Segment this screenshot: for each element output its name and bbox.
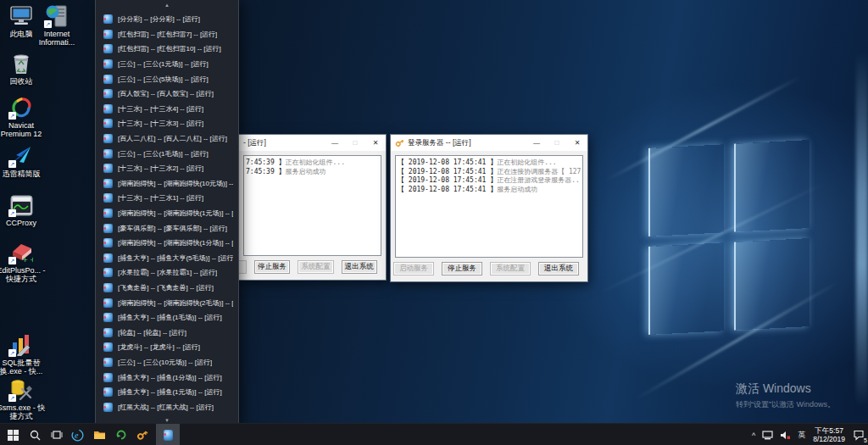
taskbar-jumplist: ▲ [分分彩] -- [分分彩] -- [运行][红包扫雷] -- [红包扫雷7… (95, 0, 239, 426)
task-view-button[interactable] (47, 424, 67, 445)
jumplist-item-label: [红黑大战] -- [红黑大战] -- [运行] (118, 403, 214, 412)
jumplist-item[interactable]: [红黑大战] -- [红黑大战] -- [运行] (96, 399, 238, 414)
jumplist-item[interactable]: [分分彩] -- [分分彩] -- [运行] (96, 12, 238, 27)
scroll-up-icon[interactable]: ▲ (96, 0, 238, 10)
desktop-icon-ssms[interactable]: ↗ Ssms.exe - 快捷方式 (0, 378, 46, 420)
jumplist-item-label: [十三水] -- [十三水2] -- [运行] (118, 164, 203, 173)
desktop-icon-recycle-bin[interactable]: 回收站 (0, 52, 46, 86)
jumplist-item-label: [捕鱼大亨] -- [捕鱼(1元场)] -- [运行] (118, 387, 222, 397)
jumplist-item-label: [捕鱼大亨] -- [捕鱼(1分场)] -- [运行] (118, 373, 222, 382)
shortcut-arrow-overlay: ↗ (8, 257, 16, 264)
clipped-button-fragment[interactable] (239, 260, 247, 274)
game-app-icon (103, 283, 113, 292)
jumplist-item[interactable]: [湖南跑得快] -- [湖南跑得快(1分场)] -- [运行] (96, 236, 238, 251)
jumplist-item[interactable]: [捕鱼大亨] -- [捕鱼(1分场)] -- [运行] (96, 370, 238, 385)
dialog-left-titlebar[interactable]: - [运行] — □ ✕ (239, 135, 386, 151)
ccproxy-icon: ↗ (8, 193, 34, 217)
game-app-icon (103, 224, 113, 233)
jumplist-item[interactable]: [百人二八杠] -- [百人二八杠] -- [运行] (96, 131, 238, 147)
close-icon[interactable]: ✕ (567, 135, 587, 151)
ime-indicator[interactable]: 英 (794, 424, 809, 445)
start-button[interactable] (3, 424, 23, 445)
jumplist-item[interactable]: [轮盘] -- [轮盘] -- [运行] (96, 325, 238, 340)
hidden-icons-chevron[interactable]: ^ (748, 425, 759, 445)
jumplist-item-label: [捕鱼大亨] -- [捕鱼(1毛场)] -- [运行] (118, 313, 222, 322)
desktop-icon-navicat[interactable]: ↗ Navicat Premium 12 (0, 96, 46, 138)
jumplist-item-label: [十三水] -- [十三水4] -- [运行] (118, 104, 203, 114)
right-dialog-button[interactable]: 系统配置 (490, 262, 531, 275)
internet-explorer-button[interactable]: e (67, 424, 87, 445)
jumplist-item[interactable]: [捕鱼大亨] -- [捕鱼(1毛场)] -- [运行] (96, 310, 238, 325)
windows-logo-pane (734, 238, 810, 331)
jumplist-item[interactable]: [三公] -- [三公(1元场)] -- [运行] (96, 57, 238, 72)
iis-server-icon: ↗ (44, 4, 70, 28)
taskbar-clock[interactable]: 下午5:57 8/12/2019 (809, 424, 849, 445)
watermark-title: 激活 Windows (736, 381, 835, 397)
desktop-icon-internet-information[interactable]: ↗ Internet Informati... (32, 4, 81, 47)
desktop-icon-editplus[interactable]: ＋＋ ↗ EditPlusPo... - 快捷方式 (0, 241, 46, 283)
shortcut-arrow-overlay: ↗ (8, 349, 16, 357)
jumplist-item-label: [湖南跑得快] -- [湖南跑得快(1元场)] -- [运行] (118, 209, 233, 218)
jumplist-item[interactable]: [十三水] -- [十三水1] -- [运行] (96, 191, 238, 206)
log-line: 【 2019-12-08 17:45:41 】正在注册游戏登录服务器... (398, 176, 581, 186)
jumplist-item[interactable]: [三公] -- [三公(1毛场)] -- [运行] (96, 146, 238, 161)
minimize-icon[interactable]: — (325, 135, 345, 151)
key-app-button[interactable] (132, 424, 153, 445)
volume-muted-icon[interactable] (776, 424, 794, 445)
jumplist-item[interactable]: [湖南跑得快] -- [湖南跑得快(2毛场)] -- [运行] (96, 295, 238, 310)
file-explorer-icon (93, 430, 106, 440)
jumplist-item[interactable]: [豪车俱乐部] -- [豪车俱乐部] -- [运行] (96, 220, 238, 236)
right-dialog-button[interactable]: 启动服务 (393, 262, 434, 275)
game-app-icon (103, 403, 113, 412)
desktop-icon-sql-batch-replace[interactable]: ↗ SQL批量替换.exe - 快... (0, 333, 46, 375)
maximize-icon[interactable]: □ (547, 135, 567, 151)
jumplist-item[interactable]: [捕鱼大亨] -- [捕鱼(1元场)] -- [运行] (96, 385, 238, 400)
jumplist-item[interactable]: [百人骰宝] -- [百人骰宝] -- [运行] (96, 86, 238, 102)
jumplist-item[interactable]: [十三水] -- [十三水3] -- [运行] (96, 116, 238, 131)
close-icon[interactable]: ✕ (365, 135, 386, 151)
left-dialog-button[interactable]: 停止服务 (254, 260, 290, 274)
action-center-button[interactable]: 5 (849, 424, 868, 445)
dialog-right-buttons: 启动服务停止服务系统配置退出系统 (391, 261, 587, 281)
jumplist-item[interactable]: [飞禽走兽] -- [飞禽走兽] -- [运行] (96, 281, 238, 296)
desktop-icon-ccproxy[interactable]: ↗ CCProxy (0, 193, 46, 227)
maximize-icon[interactable]: □ (345, 135, 365, 151)
taskbar: e ^ 英 下午5:57 8/12/2019 (0, 423, 868, 445)
jumplist-item[interactable]: [红包扫雷] -- [红包扫雷7] -- [运行] (96, 27, 238, 42)
jumplist-item[interactable]: [三公] -- [三公(10元场)] -- [运行] (96, 355, 238, 370)
jumplist-item-label: [湖南跑得快] -- [湖南跑得快(2毛场)] -- [运行] (118, 298, 233, 308)
icon-label: 回收站 (0, 77, 46, 86)
jumplist-item[interactable]: [龙虎斗] -- [龙虎斗] -- [运行] (96, 340, 238, 355)
game-app-icon (103, 313, 113, 322)
search-button[interactable] (25, 424, 45, 445)
clock-date: 8/12/2019 (813, 435, 845, 443)
right-dialog-button[interactable]: 退出系统 (538, 262, 579, 275)
left-dialog-button[interactable]: 系统配置 (298, 260, 333, 274)
icon-label: Navicat Premium 12 (0, 121, 46, 138)
coordinator-app-button[interactable] (111, 424, 131, 445)
jumplist-item[interactable]: [水果拉霸] -- [水果拉霸1] -- [运行] (96, 265, 238, 281)
desktop-icon-xunlei[interactable]: ↗ 迅雷精简版 (0, 144, 46, 178)
jumplist-item-label: [飞禽走兽] -- [飞禽走兽] -- [运行] (118, 283, 214, 292)
minimize-icon[interactable]: — (526, 135, 547, 151)
dialog-right-titlebar[interactable]: 登录服务器 -- [运行] — □ ✕ (391, 135, 587, 151)
network-icon[interactable] (759, 424, 776, 445)
game-server-app-button[interactable] (156, 424, 180, 445)
jumplist-item[interactable]: [十三水] -- [十三水4] -- [运行] (96, 102, 238, 117)
log-timestamp: 【 2019-12-08 17:45:41 】 (398, 159, 497, 166)
task-view-icon (51, 430, 63, 440)
dialog-right-title: 登录服务器 -- [运行] (408, 138, 523, 148)
file-explorer-button[interactable] (89, 424, 109, 445)
left-dialog-button[interactable]: 退出系统 (342, 260, 377, 274)
search-icon (30, 430, 41, 441)
jumplist-item[interactable]: [十三水] -- [十三水2] -- [运行] (96, 161, 238, 176)
jumplist-item[interactable]: [三公] -- [三公(5块场)] -- [运行] (96, 71, 238, 86)
jumplist-item[interactable]: [捕鱼大亨] -- [捕鱼大亨(5毛场)] -- [运行] (96, 251, 238, 266)
jumplist-item[interactable]: [红包扫雷] -- [红包扫雷10] -- [运行] (96, 42, 238, 57)
right-dialog-button[interactable]: 停止服务 (442, 262, 482, 275)
jumplist-item[interactable]: [湖南跑得快] -- [湖南跑得快(10元场)] -- [运行] (96, 176, 238, 192)
jumplist-item[interactable]: [湖南跑得快] -- [湖南跑得快(1元场)] -- [运行] (96, 206, 238, 221)
shortcut-arrow-overlay: ↗ (8, 112, 16, 120)
log-line: 【 2019-12-08 17:45:41 】服务启动成功 (398, 186, 581, 195)
jumplist-item-label: [百人骰宝] -- [百人骰宝] -- [运行] (118, 89, 214, 98)
